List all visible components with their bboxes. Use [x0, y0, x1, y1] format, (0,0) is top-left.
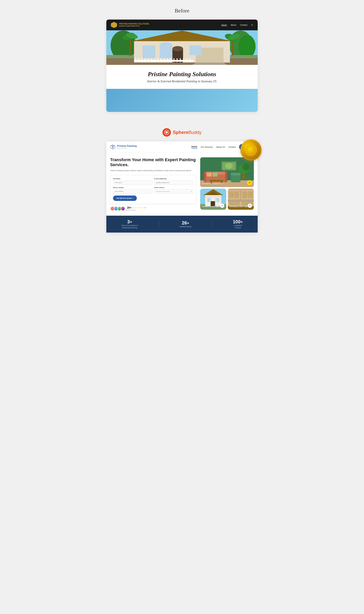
before-blue-section — [106, 89, 258, 112]
before-card: PRISTINE PAINTING SOLUTIONS MAKING HOMES… — [106, 20, 258, 112]
contact-form: Full Name E-mail (Optional) Phone number — [110, 175, 196, 204]
gold-badge — [240, 140, 261, 161]
svg-rect-53 — [213, 173, 217, 177]
svg-rect-33 — [186, 58, 187, 62]
spherebuddy-divider: SphereBuddy — [101, 122, 263, 141]
star-1: ★ — [133, 207, 134, 209]
cabinet-card[interactable]: Revitalize your cabinets. + — [228, 189, 254, 210]
email-field: E-mail (Optional) — [154, 178, 194, 185]
after-nav-home[interactable]: Home — [191, 145, 197, 149]
before-nav-about[interactable]: About — [231, 24, 236, 26]
after-left-col: Transform Your Home with Expert Painting… — [110, 157, 200, 211]
svg-rect-17 — [135, 58, 136, 62]
phone-input[interactable] — [113, 189, 152, 194]
before-logo: PRISTINE PAINTING SOLUTIONS MAKING HOMES… — [111, 22, 149, 28]
full-name-input[interactable] — [113, 180, 152, 185]
svg-rect-81 — [228, 200, 254, 201]
svg-rect-18 — [138, 58, 139, 62]
after-nav-about[interactable]: About Us — [216, 146, 225, 148]
avatar-4 — [120, 206, 125, 211]
svg-rect-79 — [229, 202, 240, 206]
svg-rect-28 — [170, 58, 171, 62]
svg-point-89 — [238, 194, 239, 195]
svg-rect-32 — [183, 58, 184, 62]
curb-appeal-card[interactable]: Timeless curb appeal + — [200, 189, 226, 210]
before-logo-text: PRISTINE PAINTING SOLUTIONS MAKING HOMES… — [119, 23, 149, 27]
before-content: Pristine Painting Solutions Interior & E… — [106, 65, 258, 89]
svg-rect-8 — [143, 45, 155, 58]
svg-marker-15 — [189, 63, 230, 65]
proof-count: 26+ — [127, 206, 132, 209]
page-title: Before — [101, 0, 263, 20]
cabinet-plus[interactable]: + — [248, 204, 252, 208]
interior-image-card[interactable]: Interior for a stylish life ↗ — [200, 157, 254, 187]
rating-value: 5.0 — [144, 207, 146, 209]
svg-rect-23 — [154, 58, 155, 62]
before-main-title: Pristine Painting Solutions — [110, 71, 254, 78]
svg-rect-25 — [161, 58, 161, 62]
submit-label: Get My Free Quote — [117, 197, 132, 199]
submit-button[interactable]: Get My Free Quote › — [113, 195, 137, 201]
svg-rect-19 — [142, 58, 142, 62]
svg-rect-26 — [164, 58, 165, 62]
email-input[interactable] — [154, 180, 194, 185]
svg-rect-21 — [148, 58, 149, 62]
after-logo: Pristine Painting SOLUTIONS — [110, 144, 137, 150]
form-row-2: Phone number Select service Choose one s… — [113, 187, 194, 194]
svg-rect-84 — [229, 191, 234, 198]
proof-label: satisfied clients — [125, 209, 146, 211]
service-select[interactable]: Choose one service Interior Painting Ext… — [154, 189, 194, 194]
svg-rect-22 — [151, 58, 152, 62]
after-nav-services[interactable]: Our Services — [201, 146, 213, 148]
stats-bar: 3+ Years of Excellence inResidential Pai… — [106, 216, 258, 232]
curb-plus[interactable]: + — [220, 204, 224, 208]
before-nav-twitter[interactable]: 𝕏 — [251, 24, 253, 27]
before-nav-contact[interactable]: Contact — [240, 24, 247, 26]
star-2: ★ — [135, 207, 137, 209]
after-hero-desc: Pristine Painting Solutions delivers exp… — [110, 169, 196, 172]
stat-projects: 100+ CompletedProjects — [233, 219, 243, 229]
svg-rect-64 — [231, 173, 240, 175]
svg-rect-34 — [189, 58, 190, 62]
stars: ★ ★ ★ ★ ★ — [133, 207, 143, 209]
svg-rect-52 — [207, 173, 212, 177]
service-select-wrapper: Choose one service Interior Painting Ext… — [154, 189, 194, 194]
svg-rect-63 — [231, 175, 240, 182]
interior-label: Interior for a stylish life — [202, 183, 223, 185]
after-logo-brand: Pristine Painting — [117, 144, 137, 148]
stat-clients-number: 26+ — [180, 220, 192, 226]
full-name-field: Full Name — [113, 178, 152, 185]
after-card: Pristine Painting SOLUTIONS Home Our Ser… — [106, 141, 258, 233]
before-logo-icon — [111, 22, 117, 28]
interior-arrow[interactable]: ↗ — [247, 180, 252, 185]
stat-projects-number: 100+ — [233, 219, 243, 224]
svg-rect-24 — [157, 58, 158, 62]
svg-rect-16 — [134, 60, 194, 62]
form-row-1: Full Name E-mail (Optional) — [113, 178, 194, 185]
svg-rect-27 — [167, 58, 168, 62]
after-logo-icon — [110, 144, 116, 150]
stat-clients: 26+ Satisfied clients — [180, 220, 192, 228]
service-field: Select service Choose one service Interi… — [154, 187, 194, 194]
svg-rect-31 — [180, 58, 181, 62]
svg-rect-50 — [204, 172, 206, 182]
star-3: ★ — [137, 207, 139, 209]
before-nav-home[interactable]: Home — [221, 24, 227, 26]
stat-years-number: 3+ — [121, 219, 138, 224]
spherebuddy-text: SphereBuddy — [173, 130, 201, 135]
stat-projects-label: CompletedProjects — [233, 224, 243, 229]
after-logo-sub: SOLUTIONS — [117, 148, 137, 149]
stat-years: 3+ Years of Excellence inResidential Pai… — [121, 219, 138, 229]
svg-point-88 — [233, 194, 234, 195]
star-5: ★ — [141, 207, 143, 209]
before-hero-image — [106, 30, 258, 65]
phone-field: Phone number — [113, 187, 152, 194]
star-4: ★ — [139, 207, 141, 209]
after-nav-contact[interactable]: Contact — [228, 146, 236, 148]
svg-rect-14 — [189, 45, 201, 55]
svg-point-59 — [242, 164, 250, 170]
full-name-label: Full Name — [113, 178, 152, 180]
svg-point-12 — [172, 46, 183, 51]
svg-rect-71 — [215, 198, 219, 202]
stat-clients-label: Satisfied clients — [180, 226, 192, 228]
